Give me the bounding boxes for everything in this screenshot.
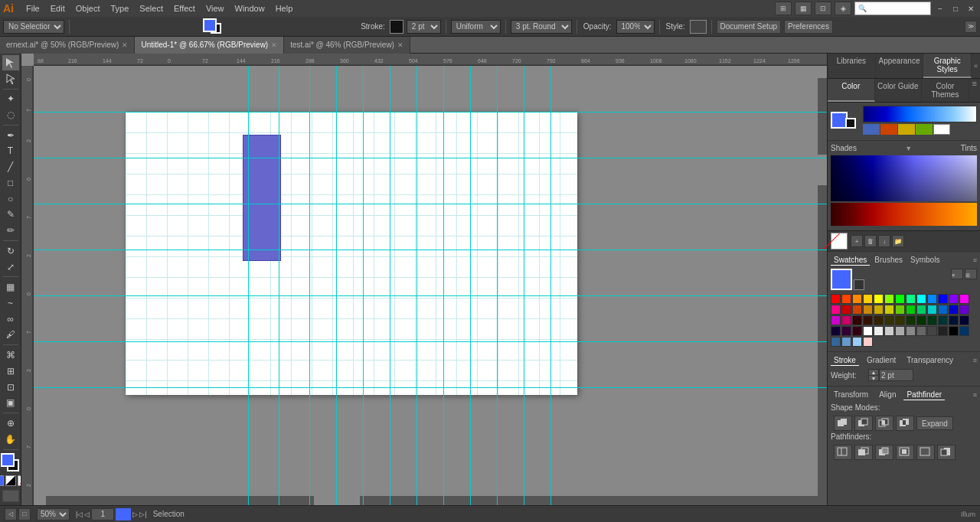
swatch-color-1[interactable] <box>841 294 851 304</box>
minimize-btn[interactable]: − <box>934 2 946 15</box>
swatch-color-29[interactable] <box>863 315 873 325</box>
mesh-tool[interactable]: ⊡ <box>2 380 19 395</box>
swatch-color-23[interactable] <box>938 305 948 315</box>
transparency-tab[interactable]: Transparency <box>903 355 956 366</box>
swatch-color-39[interactable] <box>831 326 841 336</box>
swatch-color-38[interactable] <box>959 315 969 325</box>
zoom-select[interactable]: 50% <box>37 508 70 520</box>
pathfinder-tab[interactable]: Pathfinder <box>903 390 945 400</box>
close-btn[interactable]: ✕ <box>965 2 977 15</box>
tab-close-ernext[interactable]: ✕ <box>122 41 128 49</box>
swatch-color-26[interactable] <box>831 315 841 325</box>
swatches-tab[interactable]: Swatches <box>831 255 870 266</box>
tab-close-untitled[interactable]: ✕ <box>271 41 277 49</box>
menu-select[interactable]: Select <box>135 2 168 15</box>
swatch-color-9[interactable] <box>927 294 937 304</box>
canvas-area[interactable]: 88216144 72072 144216288 360432504 57664… <box>21 54 827 505</box>
intersect-btn[interactable] <box>875 416 893 431</box>
swatch-color-42[interactable] <box>863 326 873 336</box>
magic-wand-tool[interactable]: ✦ <box>2 91 19 106</box>
stroke-width-select[interactable]: 2 pt <box>407 20 441 34</box>
symbol-tool[interactable]: ⌘ <box>2 347 19 363</box>
swatch-color-27[interactable] <box>841 315 851 325</box>
menu-edit[interactable]: Edit <box>46 2 70 15</box>
tab-untitled[interactable]: Untitled-1* @ 66.67% (RGB/Preview) ✕ <box>135 37 284 54</box>
menu-type[interactable]: Type <box>106 2 134 15</box>
none-swatch[interactable] <box>831 233 848 250</box>
panel-collapse-btn[interactable]: « <box>972 62 980 70</box>
graphic-styles-tab[interactable]: Graphic Styles <box>923 54 972 78</box>
swatch-color-21[interactable] <box>916 305 926 315</box>
swatch-color-46[interactable] <box>906 326 916 336</box>
swatch-color-24[interactable] <box>949 305 959 315</box>
appearance-tab[interactable]: Appearance <box>876 54 924 78</box>
swatch-color-43[interactable] <box>874 326 884 336</box>
swatch-color-54[interactable] <box>852 337 862 347</box>
zoom-tool[interactable]: ⊕ <box>2 416 19 431</box>
artboard[interactable] <box>126 112 577 395</box>
swatch-color-35[interactable] <box>927 315 937 325</box>
menu-help[interactable]: Help <box>271 2 298 15</box>
swatch-color-19[interactable] <box>895 305 905 315</box>
column-graph-tool[interactable]: ⊞ <box>2 364 19 379</box>
page-prev2[interactable]: ◁ <box>84 511 90 518</box>
exclude-btn[interactable] <box>896 416 914 431</box>
swatch-color-30[interactable] <box>874 315 884 325</box>
menu-effect[interactable]: Effect <box>169 2 200 15</box>
panel-toggle-btn[interactable]: ≫ <box>965 21 977 33</box>
swatch-color-50[interactable] <box>949 326 959 336</box>
scale-tool[interactable]: ⤢ <box>2 259 19 275</box>
cs-5[interactable] <box>933 124 950 135</box>
color-themes-tab[interactable]: Color Themes <box>922 79 969 102</box>
line-tool[interactable]: ╱ <box>2 159 19 175</box>
type-tool[interactable]: T <box>2 144 19 159</box>
direct-selection-tool[interactable] <box>2 71 19 86</box>
pathfinder-panel-menu[interactable]: ≡ <box>973 390 977 400</box>
sub-swatch[interactable] <box>854 279 864 290</box>
status-toggle[interactable]: □ <box>18 508 31 520</box>
stroke-cap-select[interactable]: 3 pt. Round <box>511 20 572 34</box>
swatch-color-33[interactable] <box>906 315 916 325</box>
pen-tool[interactable]: ✒ <box>2 128 19 143</box>
swatch-color-14[interactable] <box>841 305 851 315</box>
shades-gradient-mid[interactable] <box>831 203 977 226</box>
swatch-color-16[interactable] <box>863 305 873 315</box>
color-mode-btn[interactable] <box>0 475 4 486</box>
arrange-btn[interactable]: ▦ <box>795 2 812 15</box>
search-box[interactable]: 🔍 <box>854 2 931 15</box>
tab-close-test[interactable]: ✕ <box>397 41 403 49</box>
vertical-scrollbar[interactable] <box>818 78 827 496</box>
rect-tool[interactable]: □ <box>2 175 19 191</box>
grid-btn[interactable]: ⊡ <box>815 2 831 15</box>
minus-back-btn[interactable] <box>937 445 956 460</box>
swatch-color-12[interactable] <box>959 294 969 304</box>
stroke-color-swatch[interactable] <box>390 20 403 34</box>
ellipse-tool[interactable]: ○ <box>2 191 19 207</box>
swatch-color-53[interactable] <box>841 337 851 347</box>
expand-btn[interactable]: Expand <box>916 416 953 430</box>
doc-setup-button[interactable]: Document Setup <box>717 20 782 34</box>
trim-btn[interactable] <box>854 445 873 460</box>
swatch-color-15[interactable] <box>852 305 862 315</box>
swatch-color-25[interactable] <box>959 305 969 315</box>
swatch-folder-btn[interactable]: 📁 <box>892 235 904 247</box>
preferences-button[interactable]: Preferences <box>784 20 833 34</box>
swatch-color-17[interactable] <box>874 305 884 315</box>
cs-3[interactable] <box>898 124 915 135</box>
status-arrow-left[interactable]: ◁ <box>5 508 17 520</box>
swatch-color-44[interactable] <box>884 326 894 336</box>
swatch-color-18[interactable] <box>884 305 894 315</box>
merge-btn[interactable] <box>875 445 893 460</box>
transform-tab[interactable]: Transform <box>831 390 871 400</box>
swatch-color-28[interactable] <box>852 315 862 325</box>
swatch-color-52[interactable] <box>831 337 841 347</box>
weight-stepper[interactable]: ▲ ▼ <box>868 369 879 381</box>
main-swatch[interactable] <box>831 269 852 290</box>
swatch-color-4[interactable] <box>874 294 884 304</box>
cs-4[interactable] <box>916 124 933 135</box>
horizontal-scrollbar[interactable] <box>46 496 827 505</box>
stroke-color-box[interactable] <box>845 118 856 129</box>
swatch-color-49[interactable] <box>938 326 948 336</box>
fill-swatch[interactable] <box>203 18 217 32</box>
selection-dropdown[interactable]: No Selection <box>3 20 64 34</box>
